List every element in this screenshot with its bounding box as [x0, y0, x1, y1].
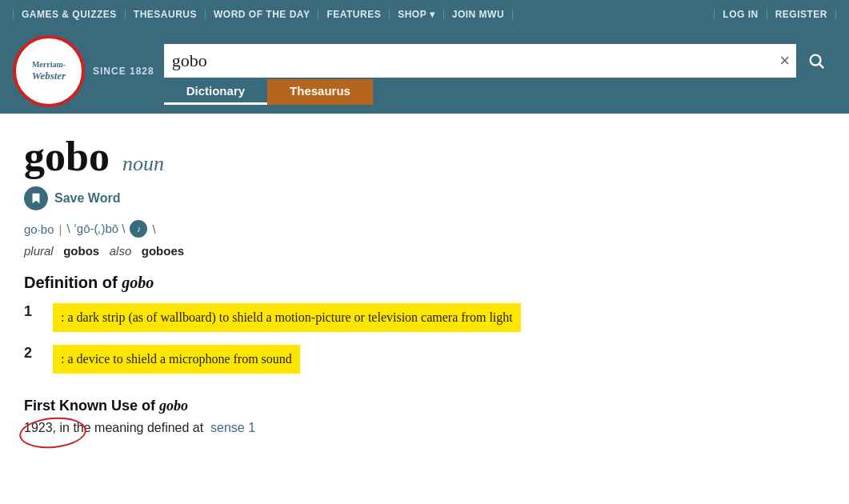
main-content: gobo noun Save Word go·bo | \ ˈgō-(ˌ)bō … [0, 114, 832, 454]
plural-also: also [110, 244, 132, 258]
audio-icon: ♪ [137, 224, 142, 234]
plural-form-1: gobos [63, 244, 99, 258]
word-title: gobo noun [24, 133, 808, 180]
plural-row: plural gobos also goboes [24, 244, 808, 258]
plural-label: plural [24, 244, 54, 258]
search-row: × [164, 44, 836, 78]
first-known-word: gobo [159, 398, 188, 414]
save-word-row: Save Word [24, 186, 808, 210]
syllables: go·bo [24, 222, 54, 236]
first-known-header: First Known Use of gobo [24, 398, 808, 414]
bookmark-icon [30, 192, 42, 205]
first-known-year-text: 1923, in the meaning defined at [24, 421, 203, 434]
year-annotation: 1923, in the meaning defined at [24, 421, 203, 435]
nav-features[interactable]: FEATURES [318, 9, 390, 20]
chevron-down-icon: ▾ [430, 9, 435, 20]
nav-games-quizzes[interactable]: GAMES & QUIZZES [13, 9, 126, 20]
ipa-pronunciation: \ ˈgō-(ˌ)bō \ [66, 222, 125, 236]
logo[interactable]: Merriam- Webster [13, 35, 85, 107]
def-text-1: : a dark strip (as of wallboard) to shie… [53, 303, 521, 332]
svg-line-1 [819, 64, 823, 68]
tab-thesaurus[interactable]: Thesaurus [267, 79, 373, 105]
logo-area: Merriam- Webster SINCE 1828 [13, 35, 154, 114]
nav-word-of-the-day[interactable]: WORD OF THE DAY [206, 9, 318, 20]
def-header-word: gobo [122, 274, 154, 291]
search-icon [807, 52, 825, 70]
svg-point-0 [811, 55, 821, 66]
since-text: SINCE 1828 [93, 66, 154, 77]
plural-form-2: goboes [142, 244, 184, 258]
save-icon[interactable] [24, 186, 48, 210]
audio-button[interactable]: ♪ [130, 220, 147, 238]
def-number-1: 1 [24, 303, 37, 320]
definition-list: 1 : a dark strip (as of wallboard) to sh… [24, 303, 808, 374]
save-label[interactable]: Save Word [54, 191, 120, 206]
def-number-2: 2 [24, 345, 37, 362]
first-known-section: First Known Use of gobo 1923, in the mea… [24, 398, 808, 435]
auth-links: LOG IN REGISTER [714, 9, 836, 20]
pronunciation-row: go·bo | \ ˈgō-(ˌ)bō \ ♪ \ [24, 220, 808, 238]
logo-webster: Webster [32, 70, 66, 82]
part-of-speech: noun [122, 152, 164, 176]
tab-row: Dictionary Thesaurus [164, 79, 836, 105]
nav-shop[interactable]: SHOP ▾ [390, 9, 444, 20]
search-button[interactable] [796, 44, 836, 78]
clear-button[interactable]: × [773, 50, 796, 71]
headword: gobo [24, 133, 110, 180]
pron-close: \ [152, 222, 155, 236]
definition-item-2: 2 : a device to shield a microphone from… [24, 345, 808, 374]
nav-join-mwu[interactable]: JOIN MWU [444, 9, 513, 20]
logo-merriam: Merriam- [32, 60, 66, 70]
search-input[interactable] [164, 47, 773, 74]
first-known-text: 1923, in the meaning defined at sense 1 [24, 421, 808, 435]
tab-dictionary[interactable]: Dictionary [164, 79, 267, 105]
sense-link[interactable]: sense 1 [210, 421, 255, 434]
definition-item-1: 1 : a dark strip (as of wallboard) to sh… [24, 303, 808, 332]
nav-thesaurus[interactable]: THESAURUS [126, 9, 206, 20]
pron-divider: | [59, 222, 62, 236]
search-area: × Dictionary Thesaurus [164, 44, 836, 105]
definition-header: Definition of gobo [24, 274, 808, 292]
def-text-2: : a device to shield a microphone from s… [53, 345, 300, 374]
register-link[interactable]: REGISTER [767, 9, 836, 20]
top-navigation: GAMES & QUIZZES THESAURUS WORD OF THE DA… [0, 0, 849, 29]
site-header: Merriam- Webster SINCE 1828 × Dictionary… [0, 29, 849, 114]
login-link[interactable]: LOG IN [714, 9, 767, 20]
